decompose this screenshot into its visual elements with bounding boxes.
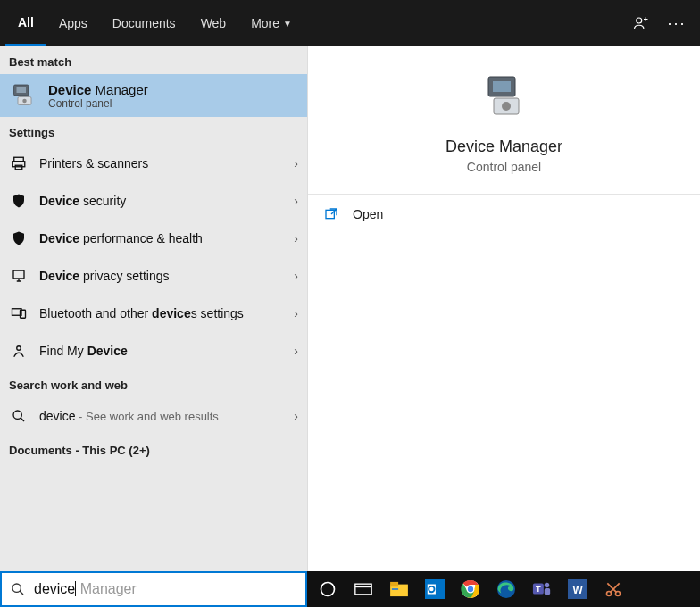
preview-subtitle: Control panel [467, 160, 541, 174]
device-manager-icon [9, 81, 38, 110]
svg-point-18 [12, 584, 21, 592]
best-match-device-manager[interactable]: Device Manager Control panel [0, 74, 307, 117]
search-scope-tabs: All Apps Documents Web More ▼ ··· [0, 0, 700, 46]
results-panel: Best match Device Manager Control panel … [0, 46, 307, 571]
tab-apps[interactable]: Apps [46, 0, 100, 46]
search-icon [9, 406, 29, 426]
section-documents-pc: Documents - This PC (2+) [0, 435, 307, 462]
tab-web[interactable]: Web [188, 0, 239, 46]
web-search-device[interactable]: device - See work and web results › [0, 397, 307, 435]
svg-point-4 [22, 99, 27, 104]
svg-point-28 [467, 586, 474, 593]
word-icon[interactable]: W [561, 572, 595, 606]
search-input-text[interactable]: device Manager [34, 581, 137, 596]
search-icon [2, 582, 34, 596]
snip-icon[interactable] [596, 572, 630, 606]
taskbar: T W [307, 571, 700, 607]
section-settings: Settings [0, 117, 307, 145]
chevron-right-icon: › [294, 231, 298, 245]
teams-icon[interactable]: T [525, 572, 559, 606]
svg-rect-2 [17, 87, 27, 93]
privacy-icon [9, 266, 29, 286]
search-autocomplete-ghost: Manager [76, 581, 137, 596]
svg-rect-17 [326, 210, 334, 218]
svg-rect-20 [355, 584, 371, 595]
svg-rect-5 [14, 157, 24, 162]
svg-point-12 [13, 411, 21, 419]
settings-device-privacy[interactable]: Device privacy settings › [0, 257, 307, 295]
svg-rect-22 [390, 582, 398, 586]
open-button[interactable]: Open [308, 195, 700, 234]
chevron-down-icon: ▼ [283, 19, 292, 29]
chevron-right-icon: › [294, 344, 298, 358]
preview-panel: Device Manager Control panel Open [307, 46, 700, 571]
svg-text:W: W [572, 584, 583, 596]
svg-rect-7 [15, 165, 22, 170]
best-match-subtitle: Control panel [48, 97, 148, 110]
svg-point-0 [637, 18, 642, 23]
task-view-icon[interactable] [346, 572, 380, 606]
settings-device-security[interactable]: Device security › [0, 182, 307, 220]
settings-device-performance[interactable]: Device performance & health › [0, 220, 307, 257]
svg-rect-33 [545, 588, 550, 595]
svg-rect-23 [392, 588, 398, 590]
shield-icon [9, 191, 29, 211]
find-device-icon [9, 341, 29, 361]
more-options-icon[interactable]: ··· [659, 0, 695, 46]
svg-point-19 [321, 583, 335, 596]
tab-all[interactable]: All [5, 0, 46, 46]
svg-rect-8 [13, 270, 24, 279]
settings-find-my-device[interactable]: Find My Device › [0, 332, 307, 370]
feedback-icon[interactable] [623, 0, 659, 46]
edge-icon[interactable] [489, 572, 523, 606]
devices-icon [9, 304, 29, 323]
svg-rect-14 [493, 81, 511, 92]
preview-title: Device Manager [446, 137, 562, 156]
file-explorer-icon[interactable] [382, 572, 416, 606]
settings-printers-scanners[interactable]: Printers & scanners › [0, 145, 307, 182]
svg-point-32 [545, 583, 550, 588]
section-best-match: Best match [0, 46, 307, 74]
svg-text:T: T [536, 585, 541, 594]
chrome-icon[interactable] [454, 572, 488, 606]
tab-documents[interactable]: Documents [100, 0, 188, 46]
best-match-title: Device Manager [48, 82, 148, 97]
svg-point-11 [17, 346, 21, 351]
chevron-right-icon: › [294, 409, 298, 423]
settings-bluetooth-devices[interactable]: Bluetooth and other devices settings › [0, 295, 307, 332]
chevron-right-icon: › [294, 194, 298, 208]
cortana-icon[interactable] [311, 572, 345, 606]
device-manager-large-icon [479, 71, 529, 121]
open-icon [324, 207, 340, 221]
svg-point-16 [502, 102, 511, 111]
section-search-web: Search work and web [0, 370, 307, 397]
shield-icon [9, 229, 29, 248]
chevron-right-icon: › [294, 269, 298, 283]
outlook-icon[interactable] [418, 572, 452, 606]
search-box[interactable]: device Manager [0, 571, 307, 607]
chevron-right-icon: › [294, 156, 298, 170]
printer-icon [9, 154, 29, 173]
tab-more[interactable]: More ▼ [238, 0, 304, 46]
chevron-right-icon: › [294, 306, 298, 320]
